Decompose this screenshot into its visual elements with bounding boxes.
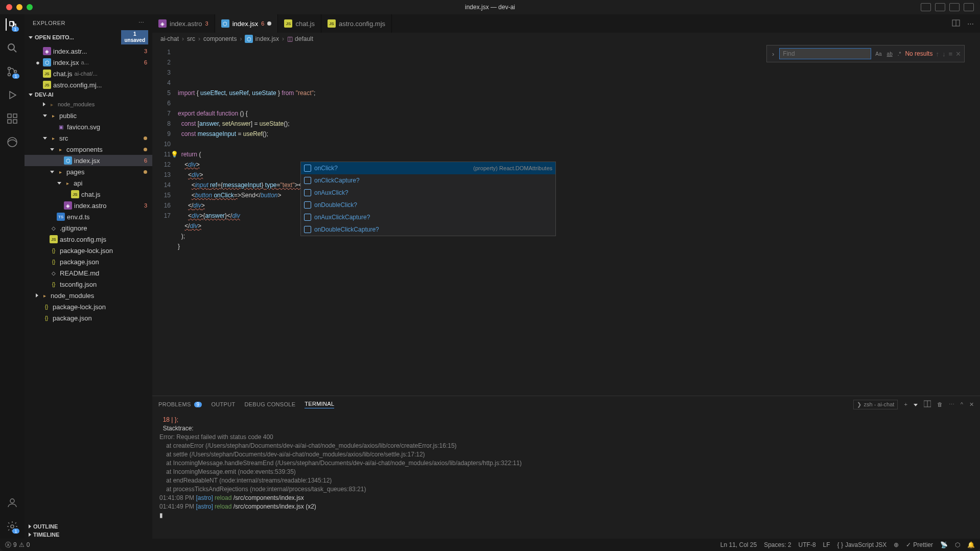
panel-more-icon[interactable]: ⋯	[949, 401, 954, 408]
settings-gear-icon[interactable]: 1	[6, 520, 18, 533]
file-item[interactable]: {}package-lock.json	[25, 301, 152, 312]
sidebar-right-icon[interactable]	[949, 3, 960, 11]
suggest-item[interactable]: onDoubleClickCapture?	[301, 223, 555, 236]
line-gutter: 1234567891011121314151617	[152, 45, 178, 396]
terminal-selector[interactable]: ❯ zsh - ai-chat	[853, 400, 898, 409]
terminal-tab[interactable]: TERMINAL	[305, 401, 334, 408]
panel-icon[interactable]	[935, 3, 945, 11]
maximize-panel-icon[interactable]: ^	[961, 401, 963, 407]
status-eol[interactable]: LF	[823, 541, 830, 548]
new-terminal-icon[interactable]: +	[904, 401, 907, 407]
editor-tab[interactable]: JSastro.config.mjs	[321, 14, 392, 33]
find-selection-icon[interactable]: ≡	[948, 50, 952, 58]
regex-icon[interactable]: .*	[897, 50, 902, 58]
breadcrumb[interactable]: ai-chat›src›components›⬡index.jsx›◫defau…	[152, 33, 980, 45]
status-language[interactable]: { } JavaScript JSX	[837, 541, 887, 548]
edge-icon[interactable]	[6, 136, 18, 148]
find-prev-icon[interactable]: ↑	[936, 50, 939, 58]
breadcrumb-item[interactable]: ai-chat	[160, 35, 179, 42]
file-item[interactable]: {}package.json	[25, 256, 152, 267]
find-expand-icon[interactable]: ›	[770, 50, 776, 58]
breadcrumb-item[interactable]: src	[187, 35, 195, 42]
open-editor-item[interactable]: ●⬡index.jsxa...6	[25, 57, 152, 68]
outline-section[interactable]: OUTLINE	[25, 522, 152, 531]
feedback-icon[interactable]: 📡	[940, 541, 948, 548]
suggest-item[interactable]: onClick?(property) React.DOMAttributes	[301, 162, 555, 174]
source-control-icon[interactable]: 1	[6, 65, 18, 78]
folder-item[interactable]: ▸node_modules	[25, 290, 152, 301]
timeline-section[interactable]: TIMELINE	[25, 531, 152, 539]
split-editor-icon[interactable]	[952, 19, 960, 29]
find-close-icon[interactable]: ✕	[955, 50, 961, 58]
extensions-icon[interactable]	[6, 112, 18, 125]
terminal-dropdown-icon[interactable]	[914, 401, 918, 407]
open-editors-section[interactable]: OPEN EDITO... 1 unsaved	[25, 29, 152, 45]
folder-item[interactable]: ▸src	[25, 132, 152, 144]
copilot-icon[interactable]: ⊕	[894, 541, 899, 548]
folder-item[interactable]: ▸components	[25, 144, 152, 155]
breadcrumb-item[interactable]: ◫default	[287, 35, 313, 42]
file-item[interactable]: ▣favicon.svg	[25, 121, 152, 132]
editor-tab[interactable]: ◈index.astro3	[152, 14, 215, 33]
customize-layout-icon[interactable]	[964, 3, 974, 11]
suggest-item[interactable]: onClickCapture?	[301, 174, 555, 187]
file-item[interactable]: {}package-lock.json	[25, 245, 152, 256]
close-panel-icon[interactable]: ✕	[969, 401, 974, 408]
unsaved-badge: 1 unsaved	[121, 30, 148, 44]
file-item[interactable]: {}package.json	[25, 312, 152, 324]
suggest-item[interactable]: onAuxClick?	[301, 187, 555, 199]
open-editor-item[interactable]: ◈index.astr...3	[25, 45, 152, 57]
breadcrumb-item[interactable]: ⬡index.jsx	[245, 35, 279, 43]
status-errors[interactable]: ⓧ 9 ⚠ 0	[5, 541, 30, 549]
file-item[interactable]: ◇README.md	[25, 267, 152, 279]
kill-terminal-icon[interactable]: 🗑	[937, 401, 943, 407]
project-section[interactable]: DEV-AI	[25, 90, 152, 99]
suggest-item[interactable]: onDoubleClick?	[301, 199, 555, 211]
status-encoding[interactable]: UTF-8	[799, 541, 816, 548]
account-icon[interactable]	[6, 497, 18, 509]
file-item[interactable]: ⬡index.jsx6	[25, 155, 152, 166]
explorer-more-icon[interactable]: ⋯	[138, 19, 145, 26]
find-next-icon[interactable]: ↓	[942, 50, 946, 58]
maximize-window[interactable]	[27, 4, 33, 10]
file-item[interactable]: ◇.gitignore	[25, 222, 152, 234]
status-spaces[interactable]: Spaces: 2	[764, 541, 791, 548]
run-debug-icon[interactable]	[6, 89, 18, 101]
open-editor-item[interactable]: JSastro.config.mj...	[25, 79, 152, 90]
debug-console-tab[interactable]: DEBUG CONSOLE	[244, 401, 295, 407]
file-item[interactable]: {}tsconfig.json	[25, 279, 152, 290]
notifications-icon[interactable]: 🔔	[967, 541, 975, 548]
search-icon[interactable]	[6, 42, 18, 54]
editor-tab[interactable]: ⬡index.jsx6	[215, 14, 278, 33]
breadcrumb-item[interactable]: components	[203, 35, 237, 42]
folder-item[interactable]: ▸api	[25, 177, 152, 189]
file-item[interactable]: TSenv.d.ts	[25, 211, 152, 222]
open-editor-item[interactable]: JSchat.jsai-chat/...	[25, 68, 152, 79]
folder-item[interactable]: ▸public	[25, 110, 152, 121]
property-icon	[304, 214, 311, 221]
file-item[interactable]: JSastro.config.mjs	[25, 234, 152, 245]
layout-icon[interactable]	[921, 3, 931, 11]
match-case-icon[interactable]: Aa	[874, 50, 882, 58]
folder-item[interactable]: ▸node_modules	[25, 99, 152, 110]
file-item[interactable]: ◈index.astro3	[25, 200, 152, 211]
find-input[interactable]	[779, 48, 871, 59]
problems-tab[interactable]: PROBLEMS 9	[158, 401, 202, 407]
file-item[interactable]: JSchat.js	[25, 189, 152, 200]
status-cursor[interactable]: Ln 11, Col 25	[720, 541, 757, 548]
split-terminal-icon[interactable]	[924, 400, 931, 408]
lightbulb-icon[interactable]: 💡	[171, 149, 178, 159]
minimize-window[interactable]	[16, 4, 22, 10]
status-prettier[interactable]: ✓ Prettier	[906, 541, 933, 548]
output-tab[interactable]: OUTPUT	[211, 401, 235, 407]
live-share-icon[interactable]: ⬡	[955, 541, 960, 548]
code-editor[interactable]: 💡 onClick?(property) React.DOMAttributes…	[178, 45, 980, 396]
explorer-icon[interactable]: 1	[6, 18, 18, 31]
editor-tab[interactable]: JSchat.js	[278, 14, 321, 33]
tab-more-icon[interactable]: ⋯	[967, 20, 974, 28]
match-word-icon[interactable]: ab	[886, 50, 894, 58]
folder-item[interactable]: ▸pages	[25, 166, 152, 177]
suggest-item[interactable]: onAuxClickCapture?	[301, 211, 555, 223]
close-window[interactable]	[6, 4, 12, 10]
terminal-output[interactable]: 18 | }; Stacktrace:Error: Request failed…	[152, 412, 980, 539]
